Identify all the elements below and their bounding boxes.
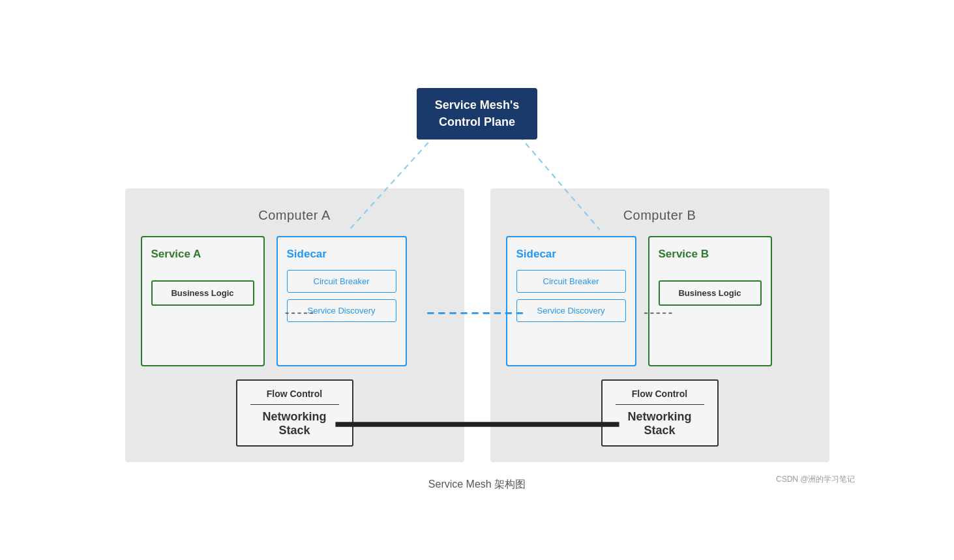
sidecar-b-circuit-breaker: Circuit Breaker — [516, 270, 626, 293]
computer-a-box: Computer A Service A Business Logic Side… — [125, 188, 464, 462]
sidecar-b-service-discovery: Service Discovery — [516, 299, 626, 322]
flow-control-b: Flow Control — [616, 389, 704, 405]
watermark: CSDN @洲的学习笔记 — [776, 474, 856, 485]
service-b-business-logic: Business Logic — [659, 280, 762, 306]
networking-stack-b: Networking Stack — [616, 410, 704, 437]
sidecar-a-title: Sidecar — [287, 248, 396, 261]
sidecar-b-box: Sidecar Circuit Breaker Service Discover… — [506, 236, 636, 366]
control-plane-line2: Control Plane — [435, 114, 519, 130]
computer-b-box: Computer B Sidecar Circuit Breaker Servi… — [490, 188, 829, 462]
network-area-b: Flow Control Networking Stack — [506, 379, 814, 447]
computer-b-label: Computer B — [506, 208, 814, 223]
service-b-title: Service B — [659, 248, 762, 261]
service-a-box: Service A Business Logic — [141, 236, 265, 366]
network-box-b: Flow Control Networking Stack — [601, 379, 719, 447]
computers-container: Computer A Service A Business Logic Side… — [86, 188, 869, 462]
service-a-title: Service A — [151, 248, 254, 261]
service-b-box: Service B Business Logic — [648, 236, 772, 366]
computer-a-label: Computer A — [141, 208, 449, 223]
control-plane-line1: Service Mesh's — [435, 97, 519, 113]
network-area-a: Flow Control Networking Stack — [141, 379, 449, 447]
network-box-a: Flow Control Networking Stack — [236, 379, 353, 447]
sidecar-a-box: Sidecar Circuit Breaker Service Discover… — [276, 236, 407, 366]
caption: Service Mesh 架构图 — [428, 478, 526, 492]
sidecar-a-circuit-breaker: Circuit Breaker — [287, 270, 396, 293]
service-a-business-logic: Business Logic — [151, 280, 254, 306]
diagram-wrapper: Service Mesh's Control Plane Computer A … — [86, 68, 869, 491]
sidecar-b-title: Sidecar — [516, 248, 626, 261]
flow-control-a: Flow Control — [250, 389, 339, 405]
sidecar-a-service-discovery: Service Discovery — [287, 299, 396, 322]
control-plane-box: Service Mesh's Control Plane — [417, 88, 537, 139]
networking-stack-a: Networking Stack — [250, 410, 339, 437]
